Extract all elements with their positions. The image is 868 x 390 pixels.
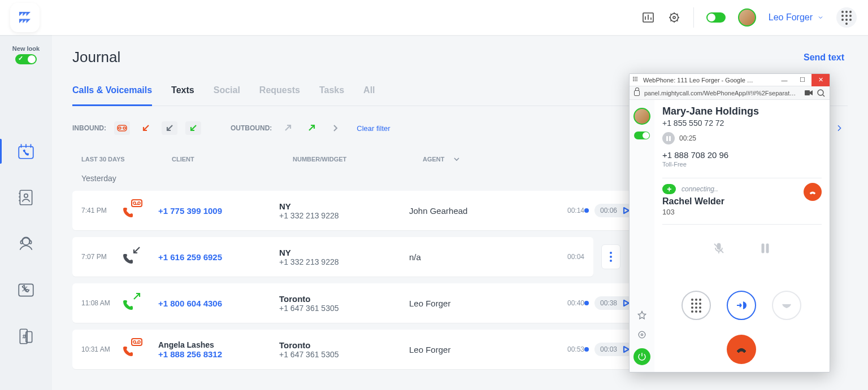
- filter-inbound-ok[interactable]: [185, 121, 201, 135]
- new-look-toggle[interactable]: New look: [12, 45, 40, 64]
- transfer-circle-button[interactable]: [727, 291, 756, 320]
- svg-point-5: [24, 194, 28, 198]
- recording-indicator: [584, 347, 589, 352]
- svg-rect-8: [29, 241, 31, 244]
- mute-icon[interactable]: [712, 242, 726, 255]
- tab-tasks[interactable]: Tasks: [319, 85, 344, 106]
- new-look-label: New look: [12, 45, 40, 52]
- row-duration: 00:04: [539, 253, 584, 261]
- col-client[interactable]: CLIENT: [172, 156, 293, 163]
- camera-icon[interactable]: [805, 90, 813, 96]
- filter-more[interactable]: [327, 121, 343, 135]
- call-type-icon: [121, 199, 144, 222]
- voicemail-circle-button[interactable]: [772, 291, 801, 320]
- send-text-button[interactable]: Send text: [800, 52, 848, 63]
- page-next[interactable]: [831, 120, 848, 137]
- svg-rect-32: [762, 244, 764, 253]
- via-number: +1 888 708 20 96: [662, 150, 822, 160]
- nav-call-flows[interactable]: [14, 278, 38, 303]
- user-name-label: Leo Forger: [769, 12, 813, 23]
- row-client[interactable]: +1 616 259 6925: [158, 252, 279, 262]
- webphone-app-icon: [633, 77, 640, 84]
- connecting-label: connecting..: [682, 185, 718, 193]
- call-row[interactable]: 7:41 PM +1 775 399 1009 NY+1 332 213 922…: [72, 191, 644, 230]
- row-number: Toronto+1 647 361 5305: [279, 340, 409, 359]
- col-agent[interactable]: AGENT: [423, 156, 553, 163]
- row-agent: Leo Forger: [409, 299, 539, 308]
- filter-voicemail[interactable]: [114, 121, 130, 135]
- app-logo[interactable]: [10, 3, 40, 32]
- caller-name: Mary-Jane Holdings: [662, 106, 822, 117]
- user-menu[interactable]: Leo Forger: [769, 12, 824, 23]
- inbound-label: INBOUND:: [72, 124, 106, 132]
- svg-point-6: [23, 238, 30, 245]
- row-time: 11:08 AM: [81, 299, 121, 307]
- tab-texts[interactable]: Texts: [171, 85, 194, 106]
- popup-titlebar[interactable]: WebPhone: 111 Leo Forger - Google Chrome…: [630, 74, 830, 86]
- caller-phone: +1 855 550 72 72: [662, 119, 822, 128]
- transfer-ext: 103: [662, 208, 822, 216]
- window-minimize[interactable]: —: [775, 74, 793, 86]
- nav-agents[interactable]: [14, 231, 38, 256]
- star-icon[interactable]: [636, 310, 648, 321]
- svg-point-29: [639, 331, 645, 338]
- call-timer: 00:25: [679, 134, 696, 142]
- svg-point-1: [670, 14, 678, 21]
- call-type-icon: [121, 246, 144, 268]
- chevron-down-icon: [453, 156, 460, 163]
- row-agent: John Gearhead: [409, 206, 539, 216]
- page-title: Journal: [72, 49, 120, 66]
- window-maximize[interactable]: ☐: [793, 74, 811, 86]
- row-time: 7:07 PM: [81, 253, 121, 261]
- power-button[interactable]: [633, 348, 650, 365]
- settings-gear-icon[interactable]: [667, 11, 681, 24]
- availability-toggle[interactable]: [706, 12, 726, 23]
- filter-outbound-grey[interactable]: [280, 121, 296, 135]
- dialpad-button[interactable]: [836, 7, 857, 28]
- row-number: Toronto+1 647 361 5305: [279, 294, 409, 313]
- col-date[interactable]: LAST 30 DAYS: [81, 156, 172, 163]
- tab-requests[interactable]: Requests: [259, 85, 300, 106]
- row-time: 7:41 PM: [81, 207, 121, 214]
- svg-point-30: [641, 334, 643, 335]
- webphone-avatar[interactable]: [633, 108, 650, 125]
- call-row[interactable]: 11:08 AM +1 800 604 4306 Toronto+1 647 3…: [72, 283, 644, 323]
- nav-contacts[interactable]: [14, 185, 38, 210]
- tab-all[interactable]: All: [363, 85, 375, 106]
- zoom-icon[interactable]: [817, 89, 825, 97]
- svg-point-15: [123, 127, 125, 129]
- analytics-icon[interactable]: [641, 11, 655, 24]
- add-participant-button[interactable]: +: [662, 184, 676, 194]
- row-client[interactable]: +1 800 604 4306: [158, 299, 279, 308]
- filter-outbound-green[interactable]: [303, 121, 319, 135]
- svg-rect-7: [20, 241, 22, 244]
- filter-inbound-answered[interactable]: [162, 121, 177, 135]
- user-avatar[interactable]: [738, 8, 756, 27]
- row-duration: 00:53: [539, 345, 584, 353]
- hangup-circle-button[interactable]: [727, 335, 756, 364]
- svg-rect-33: [766, 244, 769, 253]
- cancel-transfer-button[interactable]: [804, 183, 822, 201]
- hold-button[interactable]: [662, 132, 675, 144]
- webphone-status-toggle[interactable]: [634, 132, 650, 139]
- tab-social[interactable]: Social: [214, 85, 240, 106]
- tab-calls[interactable]: Calls & Voicemails: [72, 85, 152, 106]
- clear-filter-link[interactable]: Clear filter: [357, 124, 390, 133]
- nav-numbers[interactable]: #: [14, 324, 38, 349]
- row-menu-button[interactable]: [601, 244, 620, 269]
- window-close[interactable]: ✕: [811, 74, 830, 86]
- row-client[interactable]: +1 775 399 1009: [158, 206, 279, 216]
- filter-inbound-missed[interactable]: [138, 121, 154, 135]
- row-client[interactable]: Angela Lashes+1 888 256 8312: [158, 340, 279, 359]
- dialpad-circle-button[interactable]: [682, 291, 711, 320]
- call-row[interactable]: 10:31 AM Angela Lashes+1 888 256 8312 To…: [72, 330, 644, 369]
- nav-journal[interactable]: [14, 139, 38, 164]
- popup-url: panel.mightycall.com/WebPhoneApp/#!#%2Fs…: [644, 90, 800, 97]
- via-label: Toll-Free: [662, 161, 822, 168]
- row-agent: Leo Forger: [409, 345, 539, 354]
- recording-indicator: [584, 301, 589, 305]
- hold-bars-icon[interactable]: [758, 242, 772, 255]
- gear-icon[interactable]: [636, 329, 648, 340]
- col-number[interactable]: NUMBER/WIDGET: [293, 156, 423, 163]
- call-row[interactable]: 7:07 PM +1 616 259 6925 NY+1 332 213 922…: [72, 237, 593, 277]
